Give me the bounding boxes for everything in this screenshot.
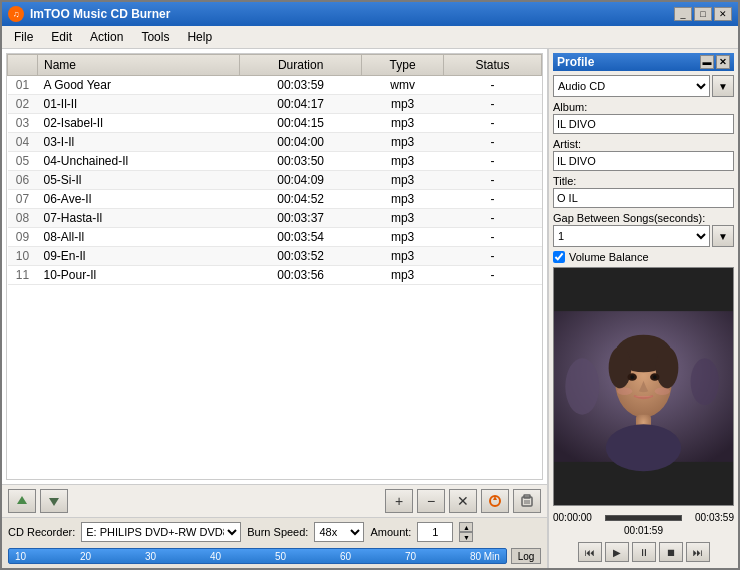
- svg-marker-0: [17, 496, 27, 504]
- table-row[interactable]: 10 09-En-Il 00:03:52 mp3 -: [8, 247, 542, 266]
- time-mid: 00:01:59: [553, 525, 734, 536]
- artist-field-group: Artist:: [553, 138, 734, 171]
- row-status: -: [443, 209, 541, 228]
- seek-bar[interactable]: [605, 515, 682, 521]
- profile-restore-button[interactable]: ▬: [700, 55, 714, 69]
- table-row[interactable]: 11 10-Pour-Il 00:03:56 mp3 -: [8, 266, 542, 285]
- player-skip-back-button[interactable]: ⏮: [578, 542, 602, 562]
- table-row[interactable]: 03 02-Isabel-Il 00:04:15 mp3 -: [8, 114, 542, 133]
- row-status: -: [443, 152, 541, 171]
- menu-edit[interactable]: Edit: [43, 28, 80, 46]
- table-row[interactable]: 04 03-I-Il 00:04:00 mp3 -: [8, 133, 542, 152]
- tick-20: 20: [80, 551, 91, 562]
- row-duration: 00:04:52: [239, 190, 362, 209]
- menu-action[interactable]: Action: [82, 28, 131, 46]
- svg-point-10: [691, 358, 719, 405]
- move-down-button[interactable]: [40, 489, 68, 513]
- svg-point-18: [653, 375, 657, 379]
- profile-close-button[interactable]: ✕: [716, 55, 730, 69]
- table-row[interactable]: 05 04-Unchained-Il 00:03:50 mp3 -: [8, 152, 542, 171]
- time-start: 00:00:00: [553, 512, 601, 523]
- title-input[interactable]: [553, 188, 734, 208]
- gap-select[interactable]: 1 2 3: [553, 225, 710, 247]
- profile-type-select[interactable]: Audio CD: [553, 75, 710, 97]
- row-duration: 00:03:50: [239, 152, 362, 171]
- close-button[interactable]: ✕: [714, 7, 732, 21]
- table-header-row: Name Duration Type Status: [8, 55, 542, 76]
- player-play-button[interactable]: ▶: [605, 542, 629, 562]
- title-bar: ♫ ImTOO Music CD Burner _ □ ✕: [2, 2, 738, 26]
- volume-balance-checkbox[interactable]: [553, 251, 565, 263]
- time-bar: 00:00:00 00:03:59: [553, 510, 734, 525]
- table-row[interactable]: 01 A Good Year 00:03:59 wmv -: [8, 76, 542, 95]
- tick-30: 30: [145, 551, 156, 562]
- progress-ticks: 10 20 30 40 50 60 70 80 Min: [9, 551, 506, 562]
- row-duration: 00:03:56: [239, 266, 362, 285]
- row-type: mp3: [362, 266, 443, 285]
- row-duration: 00:03:37: [239, 209, 362, 228]
- remove-button[interactable]: −: [417, 489, 445, 513]
- artist-label: Artist:: [553, 138, 734, 150]
- row-type: mp3: [362, 190, 443, 209]
- row-duration: 00:04:15: [239, 114, 362, 133]
- add-button[interactable]: +: [385, 489, 413, 513]
- maximize-button[interactable]: □: [694, 7, 712, 21]
- row-name: 07-Hasta-Il: [38, 209, 240, 228]
- col-header-name: Name: [38, 55, 240, 76]
- gap-arrow-button[interactable]: ▼: [712, 225, 734, 247]
- table-row[interactable]: 06 05-Si-Il 00:04:09 mp3 -: [8, 171, 542, 190]
- table-row[interactable]: 07 06-Ave-Il 00:04:52 mp3 -: [8, 190, 542, 209]
- player-pause-button[interactable]: ⏸: [632, 542, 656, 562]
- profile-type-row: Audio CD ▼: [553, 75, 734, 97]
- player-skip-forward-button[interactable]: ⏭: [686, 542, 710, 562]
- table-row[interactable]: 08 07-Hasta-Il 00:03:37 mp3 -: [8, 209, 542, 228]
- thumbnail-area: [553, 267, 734, 506]
- minimize-button[interactable]: _: [674, 7, 692, 21]
- main-content: Name Duration Type Status 01 A Good Year…: [2, 49, 738, 568]
- table-row[interactable]: 02 01-Il-Il 00:04:17 mp3 -: [8, 95, 542, 114]
- row-type: mp3: [362, 152, 443, 171]
- row-name: 02-Isabel-Il: [38, 114, 240, 133]
- row-status: -: [443, 228, 541, 247]
- menu-help[interactable]: Help: [179, 28, 220, 46]
- row-name: 04-Unchained-Il: [38, 152, 240, 171]
- amount-down[interactable]: ▼: [459, 532, 473, 542]
- player-stop-button[interactable]: ⏹: [659, 542, 683, 562]
- row-status: -: [443, 171, 541, 190]
- log-button[interactable]: Log: [511, 548, 541, 564]
- profile-title: Profile: [557, 55, 594, 69]
- profile-arrow-button[interactable]: ▼: [712, 75, 734, 97]
- amount-up[interactable]: ▲: [459, 522, 473, 532]
- menu-file[interactable]: File: [6, 28, 41, 46]
- col-header-status: Status: [443, 55, 541, 76]
- profile-header-btns: ▬ ✕: [700, 55, 730, 69]
- profile-header: Profile ▬ ✕: [553, 53, 734, 71]
- row-num: 11: [8, 266, 38, 285]
- row-type: mp3: [362, 133, 443, 152]
- row-num: 10: [8, 247, 38, 266]
- row-status: -: [443, 190, 541, 209]
- cd-recorder-select[interactable]: E: PHILIPS DVD+-RW DVD88: [81, 522, 241, 542]
- amount-input[interactable]: [417, 522, 453, 542]
- burn-speed-select[interactable]: 48x: [314, 522, 364, 542]
- row-type: mp3: [362, 95, 443, 114]
- tick-70: 70: [405, 551, 416, 562]
- artist-input[interactable]: [553, 151, 734, 171]
- album-input[interactable]: [553, 114, 734, 134]
- svg-point-22: [655, 387, 670, 395]
- row-status: -: [443, 247, 541, 266]
- move-up-button[interactable]: [8, 489, 36, 513]
- burn-button[interactable]: [513, 489, 541, 513]
- gap-label: Gap Between Songs(seconds):: [553, 212, 734, 224]
- row-num: 08: [8, 209, 38, 228]
- tick-40: 40: [210, 551, 221, 562]
- menu-bar: File Edit Action Tools Help: [2, 26, 738, 49]
- table-row[interactable]: 09 08-All-Il 00:03:54 mp3 -: [8, 228, 542, 247]
- clear-button[interactable]: ✕: [449, 489, 477, 513]
- menu-tools[interactable]: Tools: [133, 28, 177, 46]
- tick-80: 80 Min: [470, 551, 500, 562]
- row-name: 06-Ave-Il: [38, 190, 240, 209]
- progress-bar: 10 20 30 40 50 60 70 80 Min: [8, 548, 507, 564]
- main-window: ♫ ImTOO Music CD Burner _ □ ✕ File Edit …: [0, 0, 740, 570]
- convert-button[interactable]: [481, 489, 509, 513]
